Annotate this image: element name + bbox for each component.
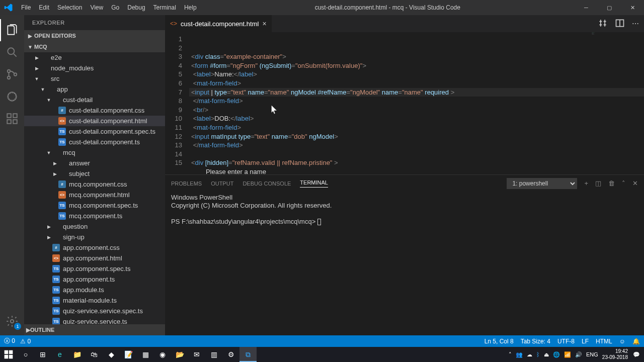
folder-item[interactable]: ▶question (24, 221, 165, 232)
file-item[interactable]: TSmcq.component.ts (24, 211, 165, 221)
settings-icon[interactable]: ⚙ (222, 347, 239, 362)
file-item[interactable]: TSapp.module.ts (24, 285, 165, 295)
tray-wifi-icon[interactable]: 📶 (564, 351, 571, 358)
file-item[interactable]: TSapp.component.spec.ts (24, 263, 165, 274)
source-control-icon[interactable] (0, 63, 24, 85)
file-item[interactable]: <>cust-detail.component.html (24, 116, 165, 126)
menu-view[interactable]: View (86, 0, 107, 15)
tray-eject-icon[interactable]: ⏏ (544, 351, 549, 358)
app-icon-1[interactable]: ◆ (103, 347, 120, 362)
status-encoding[interactable]: UTF-8 (557, 338, 575, 345)
close-panel-icon[interactable]: ✕ (632, 179, 638, 187)
outline-section[interactable]: ▶OUTLINE (24, 324, 165, 335)
file-item[interactable]: #mcq.component.css (24, 179, 165, 190)
tray-bluetooth-icon[interactable]: ᛒ (536, 351, 540, 357)
split-terminal-icon[interactable]: ◫ (595, 179, 601, 187)
extensions-icon[interactable] (0, 108, 24, 130)
folder-item[interactable]: ▶node_modules (24, 63, 165, 73)
tray-globe-icon[interactable]: 🌐 (553, 351, 560, 358)
folder-icon[interactable]: 📂 (171, 347, 188, 362)
folder-item[interactable]: ▼cust-detail (24, 95, 165, 105)
file-item[interactable]: TSmcq.component.spec.ts (24, 200, 165, 211)
status-feedback-icon[interactable]: ☺ (619, 338, 625, 345)
calendar-icon[interactable]: ▥ (205, 347, 222, 362)
mail-icon[interactable]: ✉ (188, 347, 205, 362)
folder-item[interactable]: ▶sign-up (24, 232, 165, 242)
minimize-button[interactable]: ─ (575, 0, 598, 15)
compare-icon[interactable] (598, 18, 608, 30)
menu-selection[interactable]: Selection (53, 0, 86, 15)
menu-go[interactable]: Go (107, 0, 123, 15)
open-editors-section[interactable]: ▶OPEN EDITORS (24, 30, 165, 41)
status-language[interactable]: HTML (596, 338, 612, 345)
file-item[interactable]: #cust-detail.component.css (24, 105, 165, 116)
kill-terminal-icon[interactable]: 🗑 (608, 179, 615, 187)
folder-item[interactable]: ▼mcq (24, 147, 165, 158)
status-warnings[interactable]: ⚠ 0 (20, 338, 31, 345)
chrome-icon[interactable]: ◉ (154, 347, 171, 362)
code-editor[interactable]: 123456789101112131415 <div class="exampl… (165, 32, 644, 174)
tray-notifications-icon[interactable]: 💬 (633, 351, 640, 358)
file-item[interactable]: TSquiz-service.service.spec.ts (24, 306, 165, 316)
tray-onedrive-icon[interactable]: ☁ (527, 351, 532, 358)
tray-volume-icon[interactable]: 🔊 (575, 351, 582, 358)
status-errors[interactable]: ⓧ 0 (4, 337, 15, 345)
app-icon-2[interactable]: 📝 (120, 347, 137, 362)
tray-clock[interactable]: 19:42 23-09-2018 (602, 348, 629, 360)
folder-item[interactable]: ▶answer (24, 158, 165, 168)
close-tab-icon[interactable]: × (262, 20, 266, 28)
folder-item[interactable]: ▶e2e (24, 52, 165, 63)
terminal-select[interactable]: 1: powershell (507, 178, 577, 189)
more-icon[interactable]: ⋯ (632, 20, 639, 28)
menu-file[interactable]: File (17, 0, 35, 15)
status-indent[interactable]: Tab Size: 4 (521, 338, 550, 345)
status-cursor-pos[interactable]: Ln 5, Col 8 (485, 338, 514, 345)
folder-item[interactable]: ▼src (24, 73, 165, 84)
editor-tab[interactable]: <> cust-detail.component.html × (165, 15, 272, 32)
tray-lang[interactable]: ENG (586, 351, 598, 357)
start-button[interactable] (0, 347, 17, 362)
folder-item[interactable]: ▼app (24, 84, 165, 95)
terminal-output[interactable]: Windows PowerShell Copyright (C) Microso… (165, 192, 644, 335)
settings-gear-icon[interactable]: 1 (0, 310, 24, 332)
menu-debug[interactable]: Debug (123, 0, 149, 15)
search-icon[interactable] (0, 41, 24, 63)
file-item[interactable]: TSapp.component.ts (24, 274, 165, 285)
panel-tab-terminal[interactable]: TERMINAL (300, 179, 328, 188)
panel-tab-problems[interactable]: PROBLEMS (171, 180, 202, 187)
task-view-icon[interactable]: ⊞ (34, 347, 51, 362)
menu-edit[interactable]: Edit (35, 0, 53, 15)
edge-icon[interactable]: e (51, 347, 68, 362)
maximize-panel-icon[interactable]: ˄ (622, 179, 625, 187)
file-item[interactable]: TScust-detail.component.ts (24, 137, 165, 147)
file-item[interactable]: <>mcq.component.html (24, 190, 165, 200)
file-explorer-icon[interactable]: 📁 (68, 347, 86, 362)
status-bell-icon[interactable]: 🔔 (632, 338, 640, 345)
file-item[interactable]: TScust-detail.component.spec.ts (24, 126, 165, 137)
close-button[interactable]: ✕ (621, 0, 644, 15)
file-item[interactable]: <>app.component.html (24, 253, 165, 263)
svg-rect-7 (13, 114, 17, 118)
menu-terminal[interactable]: Terminal (149, 0, 180, 15)
store-icon[interactable]: 🛍 (86, 347, 103, 362)
cortana-icon[interactable]: ○ (17, 347, 34, 362)
folder-item[interactable]: ▶subject (24, 168, 165, 179)
css-file-icon: # (52, 244, 60, 251)
panel-tab-debug-console[interactable]: DEBUG CONSOLE (243, 180, 291, 187)
menu-help[interactable]: Help (180, 0, 201, 15)
tray-people-icon[interactable]: 👥 (516, 351, 523, 358)
file-item[interactable]: TSmaterial-module.ts (24, 295, 165, 306)
file-item[interactable]: #app.component.css (24, 242, 165, 253)
new-terminal-icon[interactable]: + (584, 179, 588, 187)
explorer-icon[interactable] (0, 19, 24, 41)
vscode-taskbar-icon[interactable]: ⧉ (239, 347, 257, 362)
split-editor-icon[interactable] (615, 18, 625, 30)
file-item[interactable]: TSquiz-service.service.ts (24, 316, 165, 324)
debug-icon[interactable] (0, 85, 24, 108)
status-eol[interactable]: LF (582, 338, 589, 345)
tray-chevron-icon[interactable]: ˄ (509, 351, 512, 358)
app-icon-3[interactable]: ▦ (137, 347, 154, 362)
project-section[interactable]: ▼MCQ (24, 41, 165, 52)
panel-tab-output[interactable]: OUTPUT (211, 180, 233, 187)
maximize-button[interactable]: ▢ (598, 0, 621, 15)
